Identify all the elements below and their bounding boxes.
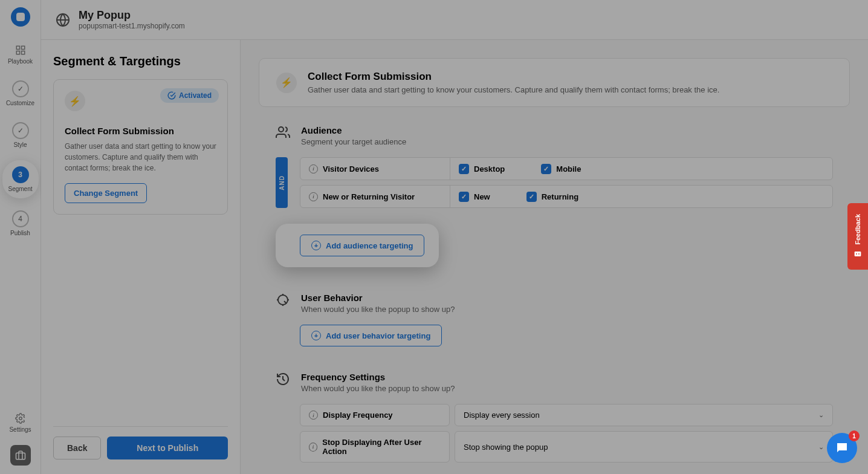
gear-icon [15,413,26,424]
feedback-tab[interactable]: Feedback [847,203,868,270]
row-label: Stop Displaying After User Action [322,438,441,456]
info-icon: i [309,164,318,174]
plus-circle-icon: + [311,241,321,250]
sidebar-rail: Playbook Customize Style 3 Segment 4 Pub… [0,0,41,474]
step-number-icon: 4 [12,210,29,227]
page-subtitle: popupsmart-test1.myshopify.com [79,22,185,30]
nav-label: Segment [8,186,32,192]
left-panel: Segment & Targetings Activated ⚡ Collect… [41,40,241,474]
checkbox-returning[interactable]: ✓ Returning [526,192,578,202]
target-row-visitor-type[interactable]: i New or Returning Visitor ✓ New ✓ Retur… [300,185,833,208]
nav-style[interactable]: Style [2,118,39,152]
svg-rect-0 [16,46,19,49]
check-circle-icon [12,80,29,97]
svg-point-8 [279,127,283,132]
grid-icon [15,45,26,56]
nav-toolbox[interactable] [10,445,31,466]
section-desc: When would you like the popup to show up… [301,305,455,314]
and-connector: AND [276,157,288,208]
svg-point-12 [858,253,860,255]
app-logo[interactable] [11,7,30,27]
chevron-down-icon: ⌄ [818,443,824,451]
frequency-row: i Stop Displaying After User Action Stop… [300,431,833,463]
plus-circle-icon: + [311,331,321,340]
checkbox-mobile[interactable]: ✓ Mobile [541,164,581,174]
people-icon [276,125,290,140]
activated-badge: Activated [160,88,219,103]
checkbox-icon: ✓ [459,192,469,202]
checkbox-desktop[interactable]: ✓ Desktop [459,164,505,174]
row-label: New or Returning Visitor [323,192,415,201]
option-label: Mobile [556,164,581,174]
segment-card: Activated ⚡ Collect Form Submission Gath… [53,79,228,215]
nav-customize[interactable]: Customize [2,77,39,110]
panel-title: Segment & Targetings [53,54,228,68]
nav-playbook[interactable]: Playbook [2,41,39,68]
globe-icon [56,13,70,27]
chat-bubble[interactable]: 1 [827,433,857,463]
step-number-icon: 3 [12,166,29,183]
section-desc: When would you like the popup to show up… [301,384,455,393]
nav-publish[interactable]: 4 Publish [2,207,39,240]
frequency-row: i Display Frequency Display every sessio… [300,404,833,426]
info-icon: i [309,443,317,452]
checkbox-new[interactable]: ✓ New [459,192,490,202]
briefcase-icon [15,450,26,461]
check-circle-icon [12,122,29,139]
cursor-click-icon [276,293,290,307]
page-title: My Popup [79,9,185,22]
nav-label: Settings [9,426,31,433]
hero-card: ⚡ Collect Form Submission Gather user da… [259,58,850,107]
select-value: Stop showing the popup [464,443,548,452]
nav-label: Customize [6,100,34,106]
hero-title: Collect Form Submission [308,71,719,83]
behavior-section: User Behavior When would you like the po… [259,285,850,354]
segment-card-desc: Gather user data and start getting to kn… [65,141,216,174]
check-circle-icon [167,91,176,100]
feedback-icon [853,249,863,259]
row-label: Visitor Devices [323,164,379,174]
chat-icon [835,441,849,455]
svg-point-4 [19,417,22,420]
stop-displaying-select[interactable]: Stop showing the popup ⌄ [455,431,833,463]
frequency-section: Frequency Settings When would you like t… [259,365,850,474]
select-value: Display every session [464,411,540,420]
svg-rect-3 [21,51,24,54]
section-title: Audience [301,125,406,135]
history-icon [276,372,290,386]
bolt-icon: ⚡ [65,91,85,111]
add-audience-button[interactable]: + Add audience targeting [300,235,424,256]
segment-card-title: Collect Form Submission [65,126,216,136]
next-button[interactable]: Next to Publish [107,437,228,459]
change-segment-button[interactable]: Change Segment [65,183,147,203]
nav-settings[interactable]: Settings [2,409,39,437]
section-desc: Segment your target audience [301,137,406,146]
header: My Popup popupsmart-test1.myshopify.com [41,0,868,40]
section-title: Frequency Settings [301,372,455,382]
back-button[interactable]: Back [53,437,101,459]
button-label: Add user behavior targeting [326,331,430,340]
nav-segment[interactable]: 3 Segment [2,160,39,198]
svg-rect-10 [855,252,861,256]
target-row-devices[interactable]: i Visitor Devices ✓ Desktop ✓ Mobile [300,157,833,180]
section-title: User Behavior [301,293,455,303]
info-icon: i [309,192,318,201]
chevron-down-icon: ⌄ [818,411,824,419]
nav-label: Style [13,141,27,148]
nav-label: Playbook [8,58,33,65]
svg-rect-5 [16,453,25,459]
chat-badge: 1 [849,430,860,441]
svg-rect-1 [21,46,24,49]
checkbox-icon: ✓ [459,164,469,174]
add-behavior-button[interactable]: + Add user behavior targeting [300,325,442,346]
hero-desc: Gather user data and start getting to kn… [308,85,719,94]
audience-section: Audience Segment your target audience AN… [259,118,850,274]
add-audience-highlight: + Add audience targeting [276,224,439,267]
option-label: Returning [542,192,578,201]
badge-label: Activated [179,91,212,100]
frequency-select[interactable]: Display every session ⌄ [455,404,833,426]
checkbox-icon: ✓ [526,192,537,202]
nav-label: Publish [10,230,30,236]
bolt-icon: ⚡ [276,73,297,93]
main-content: ⚡ Collect Form Submission Gather user da… [241,40,868,474]
